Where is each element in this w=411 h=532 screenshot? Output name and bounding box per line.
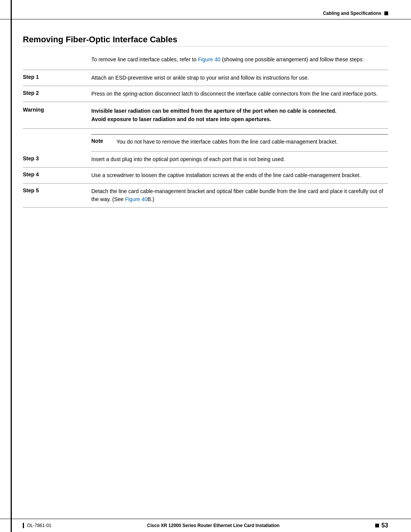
note-label: Note [91, 138, 110, 144]
step-3-row: Step 3 Insert a dust plug into the optic… [23, 152, 388, 168]
intro-text-before-link: To remove line card interface cables, re… [91, 56, 198, 62]
step-4-content: Use a screwdriver to loosen the captive … [91, 171, 388, 179]
warning-content: Invisible laser radiation can be emitted… [91, 107, 388, 124]
footer-doc-number: OL-7861-01 [27, 523, 51, 528]
step-2-label: Step 2 [23, 90, 91, 96]
header-title: Cabling and Specifications [323, 11, 388, 16]
intro-paragraph: To remove line card interface cables, re… [91, 56, 388, 64]
page-number: 53 [381, 522, 388, 529]
step-1-content: Attach an ESD-preventive wrist or ankle … [91, 74, 388, 82]
footer-bar-icon [23, 523, 24, 528]
footer-book-title: Cisco XR 12000 Series Router Ethernet Li… [147, 523, 280, 528]
warning-row: Warning Invisible laser radiation can be… [23, 102, 388, 129]
intro-text-after-link: (showing one possible arrangement) and f… [220, 56, 364, 62]
warning-line-2: Avoid exposure to laser radiation and do… [91, 115, 388, 123]
figure-40-link[interactable]: Figure 40 [198, 56, 220, 62]
left-bar [11, 0, 12, 532]
note-box: Note You do not have to remove the inter… [91, 134, 388, 146]
step-5-figure-link[interactable]: Figure 40 [125, 196, 147, 202]
note-wrapper: Note You do not have to remove the inter… [91, 129, 388, 152]
step-5-row: Step 5 Detach the line card cable-manage… [23, 184, 388, 208]
step-5-text-after: B.) [148, 196, 155, 202]
warning-label: Warning [23, 107, 91, 113]
page-container: Cabling and Specifications Removing Fibe… [0, 0, 411, 532]
note-content: You do not have to remove the interface … [116, 138, 338, 146]
main-content: Removing Fiber-Optic Interface Cables To… [0, 19, 411, 223]
page-footer: OL-7861-01 Cisco XR 12000 Series Router … [0, 519, 411, 532]
step-5-content: Detach the line card cable-management br… [91, 187, 388, 203]
step-5-label: Step 5 [23, 187, 91, 193]
step-2-content: Press on the spring-action disconnect la… [91, 90, 388, 98]
footer-left: OL-7861-01 [23, 523, 51, 528]
step-2-row: Step 2 Press on the spring-action discon… [23, 86, 388, 102]
header-text: Cabling and Specifications [323, 11, 381, 16]
steps-container: Step 1 Attach an ESD-preventive wrist or… [23, 70, 388, 208]
header-square-icon [384, 11, 388, 15]
page-header: Cabling and Specifications [0, 0, 411, 19]
step-3-label: Step 3 [23, 155, 91, 161]
footer-right: 53 [375, 522, 388, 529]
step-4-label: Step 4 [23, 171, 91, 177]
step-1-label: Step 1 [23, 74, 91, 80]
section-heading: Removing Fiber-Optic Interface Cables [23, 35, 388, 46]
step-3-content: Insert a dust plug into the optical port… [91, 155, 388, 163]
step-1-row: Step 1 Attach an ESD-preventive wrist or… [23, 70, 388, 86]
warning-line-1: Invisible laser radiation can be emitted… [91, 107, 388, 115]
step-4-row: Step 4 Use a screwdriver to loosen the c… [23, 168, 388, 184]
footer-center: Cisco XR 12000 Series Router Ethernet Li… [147, 523, 280, 528]
footer-square-icon [375, 524, 379, 527]
